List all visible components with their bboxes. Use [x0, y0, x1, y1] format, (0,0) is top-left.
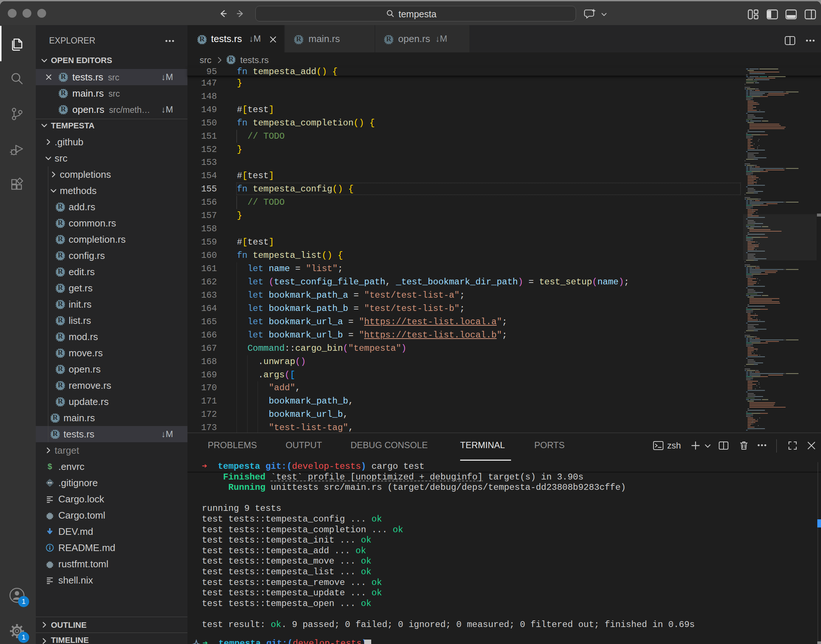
svg-text:R: R — [58, 365, 63, 373]
svg-text:R: R — [58, 381, 63, 389]
svg-text:R: R — [60, 73, 66, 80]
svg-text:R: R — [58, 316, 63, 324]
svg-text:R: R — [52, 430, 58, 437]
svg-text:R: R — [58, 267, 63, 275]
svg-text:R: R — [52, 414, 58, 421]
svg-text:R: R — [58, 348, 63, 356]
svg-text:R: R — [58, 284, 63, 291]
svg-text:R: R — [58, 397, 63, 405]
svg-text:R: R — [199, 35, 205, 43]
svg-text:R: R — [58, 332, 63, 340]
svg-text:R: R — [60, 105, 66, 113]
svg-text:R: R — [229, 55, 233, 63]
svg-text:R: R — [58, 251, 63, 259]
svg-text:R: R — [60, 89, 66, 97]
svg-text:R: R — [296, 35, 301, 43]
svg-text:$: $ — [47, 463, 52, 471]
svg-text:R: R — [386, 35, 391, 43]
svg-text:R: R — [58, 235, 63, 243]
svg-text:R: R — [58, 219, 63, 227]
svg-text:R: R — [58, 202, 63, 210]
svg-text:R: R — [58, 300, 63, 308]
